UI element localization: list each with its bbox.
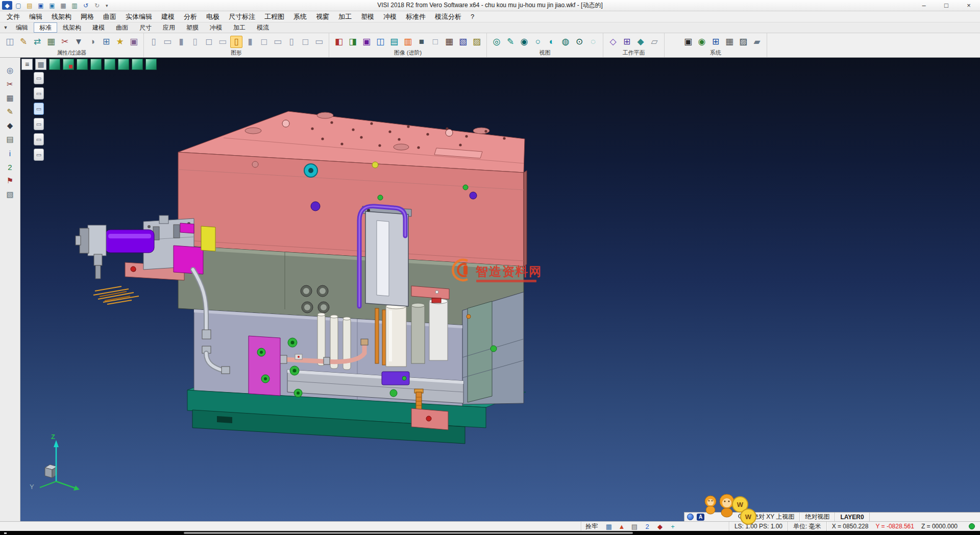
ribbon-icon-4-1[interactable]: ◎ <box>491 36 503 48</box>
snap-grid-icon[interactable]: ▦ <box>605 522 613 530</box>
ribbon-icon-6-3[interactable]: ◉ <box>696 36 708 48</box>
ribbon-icon-6-5[interactable]: ▦ <box>723 36 736 48</box>
ribbon-icon-1-6[interactable]: ▼ <box>72 36 85 48</box>
ribbon-icon-3-6[interactable]: ▥ <box>402 36 414 48</box>
save-all-icon[interactable]: ▣ <box>47 1 57 10</box>
ribbon-icon-3-1[interactable]: ◧ <box>333 36 345 48</box>
2d-icon[interactable]: 2 <box>4 161 16 173</box>
undo-icon[interactable]: ↺ <box>81 1 91 10</box>
ribbon-icon-6-4[interactable]: ⊞ <box>709 36 722 48</box>
ribbon-icon-5-4[interactable]: ▱ <box>648 36 660 48</box>
ribbon-icon-3-4[interactable]: ◫ <box>374 36 386 48</box>
print-icon[interactable]: ▦ <box>58 1 68 10</box>
dimension-2-icon[interactable]: 2 <box>643 522 651 530</box>
list-icon[interactable]: ▤ <box>630 522 639 530</box>
close-button[interactable]: × <box>958 0 980 11</box>
guide-unit[interactable] <box>359 206 411 306</box>
view-grid-icon[interactable]: ▦ <box>35 59 46 70</box>
ribbon-icon-1-9[interactable]: ★ <box>114 36 126 48</box>
solid-snap-icon[interactable]: ◆ <box>656 522 664 530</box>
ribbon-icon-5-1[interactable]: ◇ <box>607 36 619 48</box>
ribbon-icon-1-8[interactable]: ⊞ <box>100 36 112 48</box>
tab-5[interactable]: 曲面 <box>110 22 134 33</box>
menu-item-8[interactable]: 分析 <box>179 11 202 22</box>
tab-dropdown-icon[interactable]: ▼ <box>1 22 10 33</box>
ribbon-icon-1-4[interactable]: ▦ <box>45 36 57 48</box>
maximize-button[interactable]: □ <box>935 0 958 11</box>
left-view-icon[interactable] <box>104 59 115 70</box>
tab-6[interactable]: 尺寸 <box>134 22 157 33</box>
viewport-3d[interactable]: ≡▦ ▭▭▭▭▭▭ <box>20 58 980 521</box>
ribbon-icon-1-1[interactable]: ◫ <box>4 36 16 48</box>
ribbon-icon-3-9[interactable]: ▦ <box>443 36 455 48</box>
menu-item-4[interactable]: 网格 <box>76 11 99 22</box>
front-view-icon[interactable] <box>63 59 74 70</box>
units-indicator[interactable]: 单位: 毫米 <box>788 522 826 531</box>
layers-icon[interactable]: ▤ <box>4 134 16 145</box>
ribbon-icon-2-12[interactable]: ◻ <box>299 36 311 48</box>
menu-item-9[interactable]: 电极 <box>202 11 224 22</box>
ribbon-icon-6-7[interactable]: ▰ <box>751 36 763 48</box>
ribbon-icon-2-9[interactable]: ◻ <box>258 36 270 48</box>
plot-icon[interactable]: ▥ <box>69 1 80 10</box>
view-menu-icon[interactable]: ≡ <box>21 59 33 70</box>
ribbon-icon-2-1[interactable]: ▯ <box>148 36 160 48</box>
mini-tool-icon-5[interactable]: ▭ <box>34 133 44 145</box>
ribbon-icon-2-11[interactable]: ▯ <box>285 36 298 48</box>
axis-snap-icon[interactable]: + <box>669 522 677 530</box>
slide-block[interactable] <box>382 372 409 385</box>
tab-10[interactable]: 加工 <box>228 22 251 33</box>
sketch-icon[interactable]: ✎ <box>4 106 16 117</box>
menu-item-2[interactable]: 编辑 <box>24 11 47 22</box>
bottom-view-icon[interactable] <box>132 59 143 70</box>
trim-icon[interactable]: ✂ <box>4 79 16 90</box>
ribbon-icon-2-6[interactable]: ▭ <box>216 36 229 48</box>
menu-item-1[interactable]: 文件 <box>2 11 24 22</box>
highlight-icon[interactable]: ▲ <box>618 522 626 530</box>
ribbon-icon-1-2[interactable]: ✎ <box>17 36 30 48</box>
ribbon-icon-1-10[interactable]: ▣ <box>128 36 140 48</box>
menu-item-12[interactable]: 系统 <box>289 11 311 22</box>
mold-support-slab[interactable] <box>462 292 524 404</box>
ribbon-icon-2-7[interactable]: ▯ <box>230 36 242 48</box>
top-view-icon[interactable] <box>77 59 88 70</box>
menu-item-5[interactable]: 曲面 <box>99 11 121 22</box>
tab-1[interactable]: 编辑 <box>10 22 34 33</box>
flag-icon[interactable]: ⚑ <box>4 175 16 186</box>
ribbon-icon-4-4[interactable]: ○ <box>532 36 544 48</box>
menu-item-14[interactable]: 加工 <box>334 11 356 22</box>
ribbon-icon-4-5[interactable]: ◐ <box>546 36 558 48</box>
ribbon-icon-2-3[interactable]: ▮ <box>175 36 187 48</box>
tab-9[interactable]: 冲模 <box>204 22 228 33</box>
magenta-plate[interactable] <box>249 336 280 396</box>
mini-tool-icon-3[interactable]: ▭ <box>34 103 44 115</box>
menu-item-3[interactable]: 线架构 <box>47 11 76 22</box>
iso-view-icon[interactable] <box>49 59 60 70</box>
ribbon-icon-1-7[interactable]: ◑ <box>86 36 99 48</box>
dimetric-view-icon[interactable] <box>145 59 157 70</box>
open-file-icon[interactable]: ▤ <box>24 1 35 10</box>
absolute-view-label[interactable]: 绝对视图 <box>800 513 835 521</box>
ribbon-icon-5-3[interactable]: ◆ <box>634 36 647 48</box>
ribbon-icon-1-5[interactable]: ✂ <box>59 36 71 48</box>
ribbon-icon-4-7[interactable]: ⊙ <box>573 36 585 48</box>
layer-indicator[interactable]: LAYER0 <box>835 513 869 521</box>
ribbon-icon-2-2[interactable]: ▭ <box>161 36 174 48</box>
tab-11[interactable]: 模流 <box>251 22 275 33</box>
menu-item-13[interactable]: 视窗 <box>311 11 334 22</box>
ribbon-icon-3-11[interactable]: ▨ <box>471 36 483 48</box>
menu-item-19[interactable]: ? <box>466 11 479 22</box>
mini-tool-icon-2[interactable]: ▭ <box>34 87 44 100</box>
hatch-icon[interactable]: ▧ <box>4 189 16 200</box>
render-mode-icon[interactable] <box>687 514 694 520</box>
mold-top-plate[interactable] <box>178 111 527 266</box>
ribbon-icon-3-7[interactable]: ■ <box>415 36 428 48</box>
tab-3[interactable]: 线架构 <box>57 22 87 33</box>
tab-8[interactable]: 塑膜 <box>181 22 204 33</box>
sketch-curves[interactable] <box>93 286 139 304</box>
ribbon-icon-3-2[interactable]: ◨ <box>347 36 359 48</box>
ribbon-icon-6-2[interactable]: ▣ <box>682 36 694 48</box>
tab-2[interactable]: 标准 <box>34 22 57 33</box>
mini-tool-icon-6[interactable]: ▭ <box>34 149 44 161</box>
ribbon-icon-4-8[interactable]: ◌ <box>587 36 599 48</box>
